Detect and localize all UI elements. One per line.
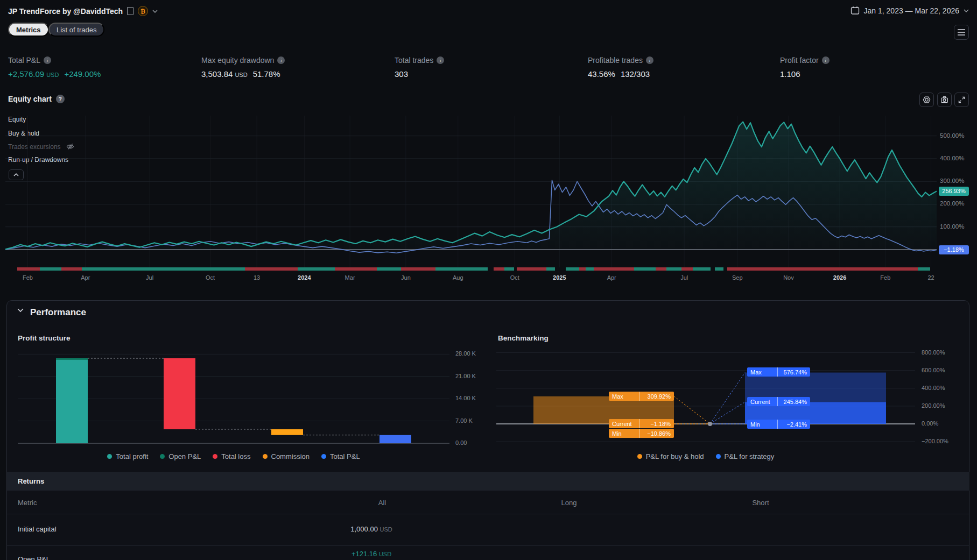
stat-label: Max equity drawdown [201,56,274,65]
info-icon[interactable]: i [646,56,653,64]
stat-extra: +249.00% [64,69,101,79]
legend-item[interactable]: Total profit [107,452,148,460]
strategy-tester-panel: JP TrendForce by @DaviddTech ₿ Jan 1, 20… [0,0,977,560]
strategy-current-pill: Current245.84% [747,397,810,406]
bitcoin-icon: ₿ [138,6,148,16]
strategy-title: JP TrendForce by @DaviddTech [8,7,123,16]
col-header-all: All [323,499,441,507]
profit-structure-legend: Total profitOpen P&LTotal lossCommission… [18,452,449,460]
benchmark-y-tick: 800.00% [922,349,945,356]
trade-result-segment [517,267,546,271]
performance-charts-canvas[interactable] [0,344,977,465]
returns-section-header[interactable]: Returns [7,472,969,491]
col-header-metric: Metric [18,499,37,507]
legend-label: Open P&L [168,452,201,460]
last-value-badge: 256.93% [939,187,969,196]
legend-item[interactable]: Open P&L [160,452,201,460]
col-header-long: Long [510,499,628,507]
time-axis-label: Feb [23,274,33,281]
stat-extra: 51.78% [253,69,280,79]
pill-value: −10.86% [640,429,674,438]
trade-result-segment [693,267,711,271]
stat-value: 1.106 [780,69,800,79]
stat-profit-factor: Profit factori 1.106 [780,56,963,79]
legend-dot [321,454,326,459]
stat-label: Profit factor [780,56,819,65]
profit-y-tick: 28.00 K [455,350,476,357]
stat-total-pnl: Total P&Li +2,576.09USD+249.00% [8,56,191,79]
legend-dot [213,454,217,459]
date-range-picker[interactable]: Jan 1, 2023 — Mar 22, 2026 [851,6,969,15]
chevron-down-icon[interactable] [152,10,158,13]
pill-label: Min [609,429,640,438]
trade-result-segment [504,267,514,271]
benchmarking-title: Benchmarking [498,334,549,342]
stat-label: Total P&L [8,56,40,65]
stat-value: 43.56% [588,69,615,79]
tab-metrics[interactable]: Metrics [8,23,49,37]
legend-item[interactable]: Commission [263,452,310,460]
time-axis-label: Jul [680,274,688,281]
info-icon[interactable]: i [822,56,830,64]
chart-settings-button[interactable] [919,93,934,107]
stat-profitable-trades: Profitable tradesi 43.56%132/303 [588,56,771,79]
tab-list-of-trades[interactable]: List of trades [48,23,104,37]
gear-icon [921,94,932,105]
legend-item[interactable]: Total P&L [321,452,360,460]
equity-chart-header: Equity chart ? [8,95,65,103]
time-axis-label: Mar [345,274,355,281]
pill-value: 309.92% [640,392,674,401]
legend-item[interactable]: Total loss [213,452,250,460]
returns-row-value: +121.16 USD [312,550,431,558]
stat-unit: USD [46,72,59,78]
equity-chart-title: Equity chart [8,95,52,103]
pivot-dot [708,422,712,426]
trade-result-segment [82,267,245,271]
info-icon[interactable]: i [437,56,444,64]
legend-dot [107,454,112,459]
chevron-down-icon[interactable] [17,308,24,313]
time-axis-label: Apr [81,274,90,281]
trade-result-segment [656,267,667,271]
trade-result-segment [17,267,40,271]
trade-result-segment [298,267,335,271]
profit-structure-title: Profit structure [18,334,71,342]
time-axis-label: Oct [206,274,215,281]
report-layout-button[interactable] [954,25,969,40]
equity-chart-canvas[interactable] [0,110,977,272]
trade-result-segment [546,267,555,271]
trade-result-segment [918,267,930,271]
calendar-icon [851,6,860,15]
legend-label: Total profit [116,452,148,460]
stat-unit: USD [235,72,247,78]
legend-dot [160,454,165,459]
last-value-badge: −1.18% [939,245,969,254]
profit-y-tick: 14.00 K [455,395,476,401]
equity-y-tick: 400.00% [940,155,964,161]
pill-label: Current [609,419,640,428]
legend-item[interactable]: P&L for buy & hold [637,452,704,460]
trade-result-segment [715,267,723,271]
info-icon[interactable]: i [277,56,285,64]
benchmarking-legend: P&L for buy & holdP&L for strategy [496,452,915,460]
stat-label: Total trades [395,56,433,65]
stat-label: Profitable trades [588,56,643,65]
chart-fullscreen-button[interactable] [954,93,969,107]
camera-icon [939,94,950,105]
legend-label: Commission [271,452,310,460]
time-axis-label: 2026 [833,274,846,281]
rows-icon [957,29,966,36]
waterfall-bar [379,435,411,443]
info-icon[interactable]: i [44,56,51,64]
profit-y-tick: 7.00 K [455,417,473,424]
benchmark-y-tick: 0.00% [922,420,938,427]
trade-result-segment [586,267,594,271]
legend-item[interactable]: P&L for strategy [716,452,775,460]
help-icon[interactable]: ? [56,95,65,103]
date-range-label: Jan 1, 2023 — Mar 22, 2026 [864,6,959,15]
time-axis-label: 2024 [298,274,311,281]
chart-snapshot-button[interactable] [937,93,952,107]
trade-result-segment [566,267,579,271]
performance-title[interactable]: Performance [30,307,86,318]
equity-y-tick: 500.00% [940,132,964,139]
